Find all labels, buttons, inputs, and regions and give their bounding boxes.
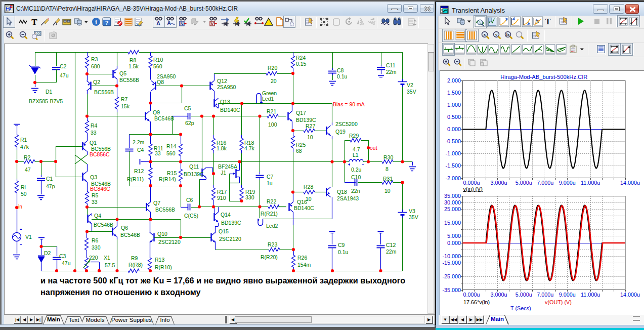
svg-text:9.000u: 9.000u bbox=[559, 292, 576, 298]
svg-text:2.000: 2.000 bbox=[447, 77, 461, 84]
svg-text:N: N bbox=[180, 21, 184, 26]
svg-text:4.7: 4.7 bbox=[353, 146, 360, 152]
svg-text:330: 330 bbox=[245, 194, 254, 200]
svg-text:50: 50 bbox=[21, 191, 27, 197]
svg-text:1.000: 1.000 bbox=[447, 102, 461, 108]
svg-text:V2: V2 bbox=[407, 82, 413, 88]
svg-text:T (Secs): T (Secs) bbox=[510, 305, 531, 311]
svg-text:35.000: 35.000 bbox=[444, 193, 461, 199]
svg-text:R15: R15 bbox=[167, 170, 177, 176]
svg-text:4.7k: 4.7k bbox=[244, 145, 255, 151]
svg-text:C8: C8 bbox=[337, 67, 344, 73]
svg-text:J1: J1 bbox=[221, 170, 226, 176]
svg-text:220: 220 bbox=[89, 255, 98, 261]
svg-text:10: 10 bbox=[384, 188, 391, 194]
svg-text:C7: C7 bbox=[267, 174, 274, 180]
svg-text:Q4: Q4 bbox=[94, 213, 101, 219]
svg-text:напряжения по отношению к вход: напряжения по отношению к входному bbox=[40, 287, 201, 297]
svg-text:R14: R14 bbox=[166, 143, 176, 149]
svg-text:R9: R9 bbox=[131, 255, 138, 261]
svg-text:0.000: 0.000 bbox=[447, 240, 461, 246]
svg-text:BD139C: BD139C bbox=[184, 171, 204, 177]
svg-text:33: 33 bbox=[91, 130, 97, 136]
svg-text:Q5: Q5 bbox=[119, 70, 126, 76]
svg-text:5.000: 5.000 bbox=[447, 233, 461, 239]
svg-text:15k: 15k bbox=[121, 103, 130, 109]
svg-text:v(OUT) (V): v(OUT) (V) bbox=[545, 299, 572, 305]
svg-text:R(R11): R(R11) bbox=[127, 176, 144, 182]
svg-text:35V: 35V bbox=[409, 214, 418, 220]
svg-text:Q1: Q1 bbox=[90, 140, 97, 146]
svg-text:R27: R27 bbox=[306, 123, 315, 129]
svg-text:Q6: Q6 bbox=[121, 225, 128, 231]
svg-text:0.15: 0.15 bbox=[296, 61, 307, 67]
svg-text:V3: V3 bbox=[409, 208, 415, 214]
svg-text:BC546B: BC546B bbox=[154, 115, 174, 121]
svg-text:BD140C: BD140C bbox=[294, 205, 314, 211]
svg-text:C4: C4 bbox=[137, 147, 144, 153]
svg-text:R(R8): R(R8) bbox=[128, 262, 143, 268]
svg-text:C12: C12 bbox=[386, 242, 396, 248]
svg-text:5.000u: 5.000u bbox=[516, 292, 532, 298]
svg-text:15.000: 15.000 bbox=[444, 220, 461, 226]
svg-text:0.000u: 0.000u bbox=[463, 180, 480, 186]
svg-text:Q9: Q9 bbox=[153, 109, 160, 115]
svg-text:22m: 22m bbox=[386, 69, 397, 75]
svg-text:1.5k: 1.5k bbox=[128, 63, 139, 69]
svg-text:22m: 22m bbox=[386, 249, 397, 255]
svg-text:R13: R13 bbox=[155, 257, 164, 263]
svg-text:Ri: Ri bbox=[21, 184, 26, 190]
svg-text:C9: C9 bbox=[338, 242, 345, 248]
svg-text:R(R21): R(R21) bbox=[261, 211, 278, 217]
svg-text:R21: R21 bbox=[267, 108, 276, 114]
svg-text:Led1: Led1 bbox=[262, 96, 274, 102]
svg-text:R8: R8 bbox=[130, 57, 137, 63]
svg-text:560: 560 bbox=[153, 63, 162, 69]
svg-text:и на частоте 500 кГц тот же Ku: и на частоте 500 кГц тот же Ku = 17,66 и… bbox=[40, 276, 405, 285]
svg-text:BC546B: BC546B bbox=[94, 222, 113, 228]
svg-text:0.000: 0.000 bbox=[447, 126, 461, 132]
svg-text:R25: R25 bbox=[296, 142, 306, 148]
svg-text:-1.000: -1.000 bbox=[445, 150, 461, 156]
svg-text:35V: 35V bbox=[407, 89, 416, 95]
svg-text:Q19: Q19 bbox=[335, 129, 346, 135]
svg-text:3.000u: 3.000u bbox=[490, 180, 507, 186]
svg-text:11.000u: 11.000u bbox=[581, 292, 600, 298]
svg-text:C5: C5 bbox=[184, 105, 191, 111]
svg-text:Q15: Q15 bbox=[219, 228, 229, 234]
svg-text:47u: 47u bbox=[62, 260, 71, 266]
svg-text:T: T bbox=[31, 17, 37, 27]
svg-text:Q2: Q2 bbox=[93, 79, 100, 85]
svg-text:?: ? bbox=[105, 20, 109, 26]
svg-text:R26: R26 bbox=[297, 255, 307, 261]
svg-text:-0.500: -0.500 bbox=[445, 138, 461, 144]
svg-text:y: y bbox=[495, 32, 498, 37]
svg-text:2SA950: 2SA950 bbox=[217, 84, 236, 90]
svg-text:8: 8 bbox=[385, 166, 389, 172]
svg-text:R(R20): R(R20) bbox=[261, 254, 278, 260]
svg-text:R20: R20 bbox=[268, 65, 277, 71]
svg-text:out: out bbox=[370, 145, 377, 151]
svg-text:-10.000: -10.000 bbox=[442, 253, 461, 259]
svg-text:BC556B: BC556B bbox=[94, 89, 114, 95]
svg-text:10: 10 bbox=[306, 196, 312, 202]
svg-text:R23: R23 bbox=[268, 241, 277, 247]
svg-text:C11: C11 bbox=[386, 62, 396, 68]
svg-text:22n: 22n bbox=[351, 188, 360, 194]
svg-text:33: 33 bbox=[92, 199, 98, 205]
svg-text:2.2m: 2.2m bbox=[133, 139, 145, 145]
svg-text:47: 47 bbox=[25, 167, 31, 173]
svg-text:62p: 62p bbox=[185, 120, 194, 126]
svg-text:R29: R29 bbox=[349, 133, 359, 139]
svg-text:BZX585-B7V5: BZX585-B7V5 bbox=[29, 98, 63, 104]
svg-text:47k: 47k bbox=[20, 144, 29, 150]
svg-text:20: 20 bbox=[271, 78, 277, 84]
svg-text:Bias = 90 mA: Bias = 90 mA bbox=[333, 101, 365, 107]
svg-text:R2: R2 bbox=[24, 154, 31, 160]
svg-text:Led2: Led2 bbox=[266, 223, 278, 229]
svg-text:R(R14): R(R14) bbox=[159, 176, 176, 182]
svg-text:330: 330 bbox=[92, 244, 101, 251]
svg-text:57.5: 57.5 bbox=[105, 262, 115, 268]
svg-text:D2: D2 bbox=[44, 250, 51, 256]
svg-text:680: 680 bbox=[91, 63, 100, 69]
